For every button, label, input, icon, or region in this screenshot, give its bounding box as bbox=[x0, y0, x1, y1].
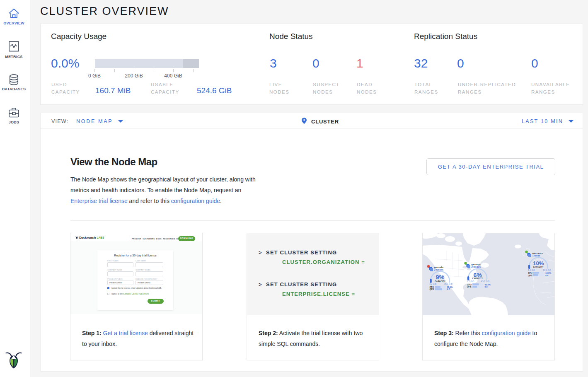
svg-text:QPS: QPS bbox=[467, 285, 472, 288]
svg-text:QPS: QPS bbox=[430, 288, 434, 290]
svg-text:CAPACITY: CAPACITY bbox=[472, 278, 483, 280]
svg-text:CAPACITY: CAPACITY bbox=[435, 280, 445, 283]
svg-text:2 Nodes: 2 Nodes bbox=[434, 268, 444, 271]
svg-text:45.7 GiB: 45.7 GiB bbox=[481, 280, 490, 283]
svg-text:8.8: 8.8 bbox=[485, 285, 488, 288]
svg-text:4.4: 4.4 bbox=[545, 274, 548, 277]
svg-text:9%: 9% bbox=[436, 274, 445, 280]
svg-text:2 Nodes: 2 Nodes bbox=[472, 266, 481, 268]
svg-text:3.6 GiB: 3.6 GiB bbox=[528, 269, 535, 271]
svg-text:3.7 GiB: 3.7 GiB bbox=[467, 280, 474, 283]
svg-text:QPS: QPS bbox=[528, 274, 532, 277]
svg-text:CAPACITY: CAPACITY bbox=[533, 266, 544, 268]
svg-text:35.1 GiB: 35.1 GiB bbox=[444, 283, 453, 285]
svg-text:3.2 GiB: 3.2 GiB bbox=[429, 283, 437, 285]
svg-text:4.7: 4.7 bbox=[447, 288, 450, 290]
svg-text:1 Node: 1 Node bbox=[532, 254, 541, 257]
svg-text:34.4 GiB: 34.4 GiB bbox=[543, 269, 552, 271]
svg-text:6%: 6% bbox=[473, 272, 482, 278]
